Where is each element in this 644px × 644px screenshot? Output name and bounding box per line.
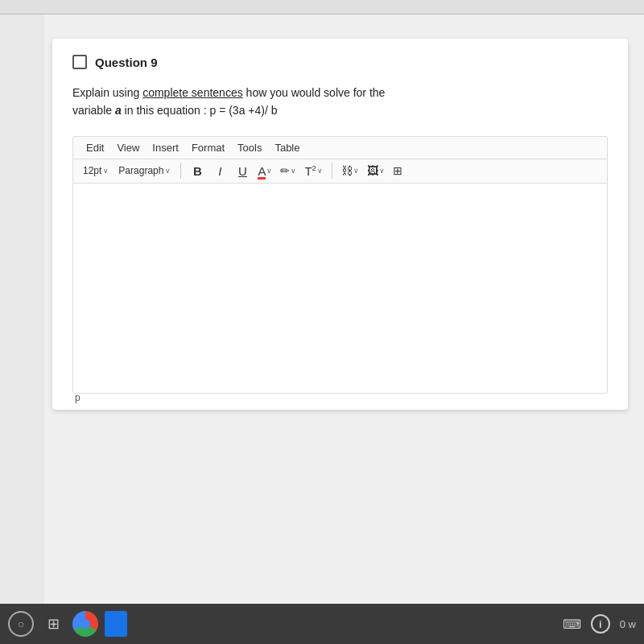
left-sidebar	[0, 14, 44, 604]
editor-toolbar: 12pt ∨ Paragraph ∨ B I U A ∨ ✏ ∨	[73, 159, 607, 184]
italic-button[interactable]: I	[210, 163, 229, 180]
menu-insert[interactable]: Insert	[146, 140, 185, 155]
paragraph-select[interactable]: Paragraph ∨	[115, 163, 174, 178]
underline-button[interactable]: U	[233, 163, 252, 180]
font-color-icon: A	[258, 164, 266, 178]
question-text-underlined: complete sentences	[142, 86, 243, 99]
taskbar-search-button[interactable]: ○	[8, 611, 34, 637]
highlight-icon: ✏	[280, 164, 290, 177]
paragraph-value: Paragraph	[118, 165, 163, 176]
superscript-arrow: ∨	[317, 167, 323, 175]
top-bar	[0, 0, 644, 14]
question-text: Explain using complete sentences how you…	[72, 84, 608, 120]
word-count-label: p	[75, 392, 80, 403]
question-text-part3: variable	[72, 104, 115, 117]
link-button[interactable]: ⛓ ∨	[339, 163, 361, 179]
taskbar-info-button[interactable]: i	[591, 614, 610, 634]
question-text-part4: in this equation : p = (3a +4)/ b	[122, 104, 278, 117]
search-icon: ○	[18, 617, 24, 630]
link-icon: ⛓	[341, 164, 353, 177]
image-icon: 🖼	[367, 164, 378, 177]
taskbar: ○ ⊞ ⌨ i 0 w	[0, 604, 644, 644]
font-color-arrow: ∨	[266, 167, 272, 175]
question-card: Question 9 Explain using complete senten…	[52, 39, 628, 410]
editor-menubar: Edit View Insert Format Tools Table	[73, 137, 607, 159]
menu-tools[interactable]: Tools	[231, 140, 268, 155]
font-size-chevron: ∨	[103, 167, 109, 175]
toolbar-divider-1	[180, 163, 181, 179]
question-variable: a	[115, 104, 122, 117]
grid-icon: ⊞	[47, 615, 60, 633]
font-size-select[interactable]: 12pt ∨	[80, 163, 112, 178]
menu-table[interactable]: Table	[268, 140, 306, 155]
taskbar-keyboard-button[interactable]: ⌨	[563, 617, 581, 632]
question-checkbox[interactable]	[72, 55, 87, 69]
editor-body[interactable]	[73, 184, 607, 393]
taskbar-right: ⌨ i 0 w	[563, 614, 636, 634]
taskbar-chrome-button[interactable]	[72, 611, 98, 637]
menu-format[interactable]: Format	[185, 140, 231, 155]
menu-view[interactable]: View	[110, 140, 146, 155]
link-arrow: ∨	[353, 167, 359, 175]
main-content: Question 9 Explain using complete senten…	[44, 14, 644, 604]
question-text-part2: how you would solve for the	[243, 86, 386, 99]
toolbar-divider-2	[332, 163, 332, 179]
info-icon: i	[599, 618, 602, 630]
more-button[interactable]: ⊞	[390, 163, 405, 179]
menu-edit[interactable]: Edit	[80, 140, 110, 155]
question-text-part1: Explain using	[72, 86, 142, 99]
paragraph-chevron: ∨	[165, 167, 171, 175]
bold-button[interactable]: B	[188, 163, 207, 180]
editor-container: Edit View Insert Format Tools Table 12pt…	[72, 136, 608, 394]
keyboard-icon: ⌨	[563, 617, 581, 631]
superscript-icon: T2	[304, 164, 316, 178]
highlight-arrow: ∨	[291, 167, 296, 175]
more-icon: ⊞	[393, 164, 402, 177]
question-title: Question 9	[95, 56, 158, 69]
taskbar-grid-button[interactable]: ⊞	[40, 611, 66, 637]
question-header: Question 9	[72, 55, 608, 69]
taskbar-docs-button[interactable]	[105, 611, 127, 637]
image-button[interactable]: 🖼 ∨	[365, 163, 387, 179]
highlight-button[interactable]: ✏ ∨	[278, 163, 299, 179]
font-color-button[interactable]: A ∨	[255, 163, 275, 180]
font-size-value: 12pt	[83, 165, 101, 176]
taskbar-word-count: 0 w	[620, 618, 636, 630]
image-arrow: ∨	[379, 167, 385, 175]
superscript-button[interactable]: T2 ∨	[302, 163, 324, 180]
